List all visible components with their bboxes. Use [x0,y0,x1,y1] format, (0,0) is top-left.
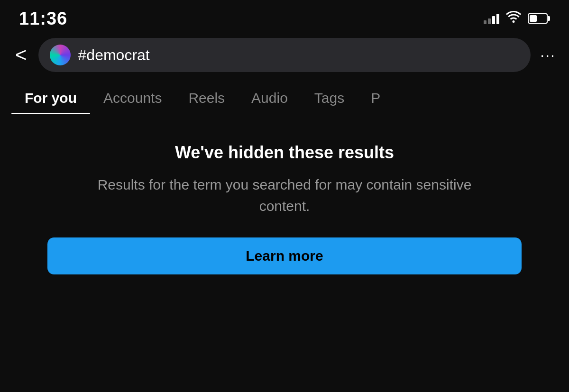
status-time: 11:36 [19,9,67,29]
tab-reels[interactable]: Reels [175,82,238,114]
tab-places[interactable]: P [358,82,394,114]
more-options-button[interactable]: ··· [538,46,558,64]
wifi-icon [506,11,521,27]
tab-tags[interactable]: Tags [301,82,358,114]
signal-icon [484,13,499,24]
learn-more-button[interactable]: Learn more [47,237,522,274]
search-area: < #democrat ··· [0,33,569,77]
battery-icon [528,13,550,24]
search-bar[interactable]: #democrat [38,38,531,72]
status-icons [484,11,550,27]
hidden-results-title: We've hidden these results [175,143,394,163]
tabs-container: For you Accounts Reels Audio Tags P [0,82,569,114]
status-bar: 11:36 [0,0,569,33]
tab-for-you[interactable]: For you [11,82,90,114]
main-content: We've hidden these results Results for t… [0,114,569,289]
search-logo-icon [50,45,71,65]
hidden-results-subtitle: Results for the term you searched for ma… [95,174,474,217]
tab-audio[interactable]: Audio [238,82,301,114]
back-button[interactable]: < [11,45,31,65]
search-query-text: #democrat [78,46,520,64]
tab-accounts[interactable]: Accounts [90,82,175,114]
